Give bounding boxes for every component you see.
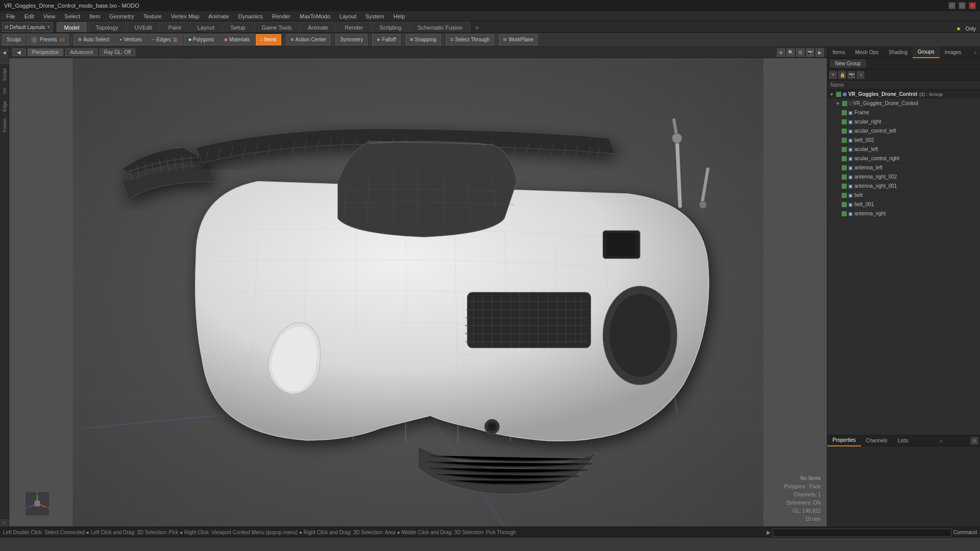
- sculpt-button[interactable]: Sculpt: [2, 34, 26, 45]
- sidebar-fusion-label[interactable]: Fusion: [2, 118, 7, 132]
- menu-maxtomodo[interactable]: MaxToModo: [296, 13, 334, 20]
- symmetry-button[interactable]: Symmetry: [335, 34, 368, 45]
- viewport-canvas[interactable]: No Items Polygons : Face Channels: 1 Def…: [9, 58, 827, 527]
- tab-setup[interactable]: Setup: [223, 22, 253, 32]
- menu-select[interactable]: Select: [60, 13, 84, 20]
- vp-icon-camera[interactable]: 📷: [806, 48, 814, 57]
- vp-icon-play[interactable]: ▶: [816, 48, 824, 57]
- maximize-button[interactable]: □: [959, 2, 966, 9]
- tab-scripting[interactable]: Scripting: [372, 22, 409, 32]
- sidebar-uv-label[interactable]: UV: [2, 88, 7, 94]
- menu-file[interactable]: File: [2, 13, 19, 20]
- menu-texture[interactable]: Texture: [139, 13, 166, 20]
- add-tab-button[interactable]: +: [471, 23, 483, 32]
- scene-root-item[interactable]: ▼ ⊞ VR_Goggles_Drone_Control (2) : Group: [827, 90, 980, 99]
- viewport-perspective-btn[interactable]: Perspective: [28, 48, 63, 56]
- scene-items-list[interactable]: ▼ ⊞ VR_Goggles_Drone_Control (2) : Group…: [827, 90, 980, 435]
- viewport-nav-left[interactable]: ◀: [12, 48, 26, 56]
- rp-tab-add[interactable]: +: [971, 49, 980, 56]
- tab-render[interactable]: Render: [337, 22, 371, 32]
- menu-item[interactable]: Item: [85, 13, 104, 20]
- select-through-button[interactable]: ⊡ Select Through: [446, 34, 495, 45]
- falloff-button[interactable]: ◉ Falloff: [372, 34, 400, 45]
- rpb-tab-properties[interactable]: Properties: [827, 435, 861, 446]
- command-input[interactable]: [773, 529, 951, 537]
- sidebar-edge-label[interactable]: Edge: [2, 101, 7, 112]
- scene-render-toggle[interactable]: 📷: [848, 71, 855, 79]
- menu-geometry[interactable]: Geometry: [105, 13, 138, 20]
- menu-render[interactable]: Render: [268, 13, 295, 20]
- action-center-button[interactable]: ⊕ Action Center: [286, 34, 331, 45]
- menu-vertex-map[interactable]: Vertex Map: [167, 13, 204, 20]
- list-item[interactable]: ▣ belt_002: [827, 136, 980, 145]
- items-label: Items: [264, 37, 276, 42]
- rp-tab-mesh-ops[interactable]: Mesh Ops: [850, 47, 884, 58]
- tab-uvedit[interactable]: UVEdit: [127, 22, 160, 32]
- list-item[interactable]: ▣ Frame: [827, 108, 980, 117]
- viewport-advanced-btn[interactable]: Advanced: [65, 48, 97, 56]
- list-item[interactable]: ▼ □ VR_Goggles_Drone_Control: [827, 99, 980, 108]
- list-item[interactable]: ▣ antenna_right_002: [827, 172, 980, 182]
- list-item[interactable]: ▣ antenna_right_001: [827, 182, 980, 191]
- tab-topology[interactable]: Topology: [88, 22, 126, 32]
- tab-paint[interactable]: Paint: [161, 22, 189, 32]
- edges-button[interactable]: ─ Edges 2: [148, 34, 183, 45]
- sidebar-sculpt-label[interactable]: Sculpt: [2, 68, 7, 81]
- polygons-button[interactable]: ◆ Polygons: [184, 34, 218, 45]
- separator3: [333, 35, 333, 45]
- tab-animate[interactable]: Animate: [300, 22, 336, 32]
- menu-dynamics[interactable]: Dynamics: [234, 13, 267, 20]
- rp-tab-groups[interactable]: Groups: [913, 47, 940, 58]
- tab-model[interactable]: Model: [57, 22, 87, 32]
- list-item[interactable]: ▣ belt: [827, 191, 980, 200]
- vp-icon-settings[interactable]: ⊕: [777, 48, 785, 57]
- presets-button[interactable]: Presets Fil: [27, 34, 69, 45]
- layouts-arrow: ▾: [47, 24, 50, 30]
- left-sidebar-top-icon[interactable]: ◀: [1, 49, 9, 56]
- rpb-tab-lists[interactable]: Lists: [893, 435, 914, 446]
- minimize-button[interactable]: −: [948, 2, 955, 9]
- scene-lock-toggle[interactable]: 🔒: [839, 71, 846, 79]
- list-item[interactable]: ▣ acular_right: [827, 117, 980, 127]
- auto-select-button[interactable]: ⊞ Auto Select: [74, 34, 114, 45]
- new-group-button[interactable]: New Group: [830, 60, 866, 67]
- materials-button[interactable]: ◉ Materials: [219, 34, 255, 45]
- close-button[interactable]: ×: [969, 2, 976, 9]
- rpb-tab-add[interactable]: +: [936, 438, 945, 444]
- tab-schematic-fusion[interactable]: Schematic Fusion: [410, 22, 470, 32]
- tab-game-tools[interactable]: Game Tools: [254, 22, 300, 32]
- scene-info-toggle[interactable]: ℹ: [857, 71, 864, 79]
- workplane-button[interactable]: ⊟ WorkPlane: [499, 34, 538, 45]
- vp-icon-zoom[interactable]: 🔍: [787, 48, 795, 57]
- vertices-button[interactable]: ● Vertices: [115, 34, 146, 45]
- list-item[interactable]: ▣ antenna_left: [827, 163, 980, 172]
- menu-edit[interactable]: Edit: [20, 13, 38, 20]
- menu-layout[interactable]: Layout: [335, 13, 360, 20]
- rpb-tab-channels[interactable]: Channels: [861, 435, 893, 446]
- command-label: Command: [953, 530, 977, 535]
- sidebar-expand-icon[interactable]: ▷: [1, 519, 9, 527]
- left-sidebar-icon-1[interactable]: [1, 57, 9, 64]
- list-item[interactable]: ▣ antenna_right: [827, 209, 980, 218]
- snapping-button[interactable]: ⊞ Snapping: [405, 34, 441, 45]
- menu-animate[interactable]: Animate: [204, 13, 233, 20]
- tab-layout[interactable]: Layout: [190, 22, 222, 32]
- rp-tab-images[interactable]: Images: [940, 47, 967, 58]
- rp-tab-shading[interactable]: Shading: [884, 47, 913, 58]
- menu-system[interactable]: System: [361, 13, 388, 20]
- root-icon: ⊞: [843, 92, 847, 97]
- scene-visibility-toggle[interactable]: 👁: [829, 71, 837, 79]
- list-item[interactable]: ▣ acular_control_left: [827, 127, 980, 136]
- mesh-icon-2: ▣: [848, 119, 853, 124]
- list-item[interactable]: ▣ belt_001: [827, 200, 980, 209]
- menu-help[interactable]: Help: [389, 13, 409, 20]
- viewport-ray-gl-btn[interactable]: Ray GL: Off: [100, 48, 136, 56]
- rp-tab-items[interactable]: Items: [827, 47, 850, 58]
- list-item[interactable]: ▣ acular_control_right: [827, 154, 980, 163]
- menu-view[interactable]: View: [39, 13, 60, 20]
- vp-icon-gear[interactable]: ⚙: [796, 48, 804, 57]
- rpb-expand-icon[interactable]: ⊞: [971, 437, 978, 444]
- layouts-dropdown[interactable]: ⊞ Default Layouts ▾: [2, 22, 53, 32]
- list-item[interactable]: ▣ acular_left: [827, 145, 980, 154]
- items-button[interactable]: □ Items: [256, 34, 281, 45]
